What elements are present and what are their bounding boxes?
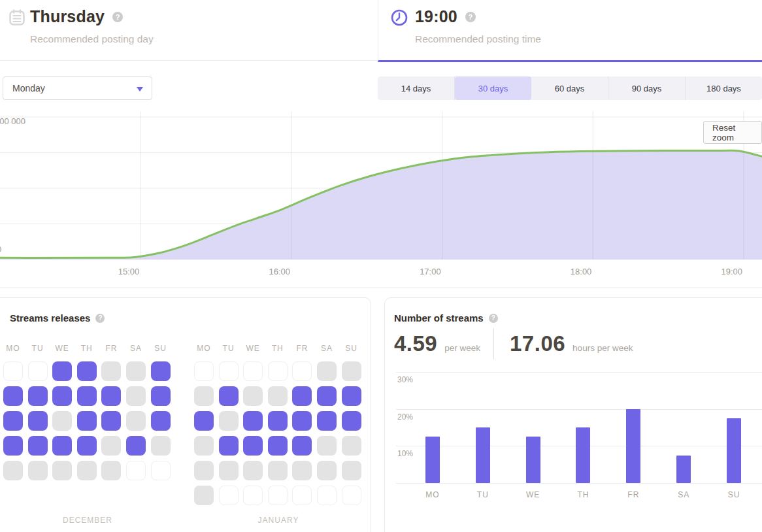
release-cell-no-release [194, 486, 214, 505]
release-cell-no-release [317, 361, 337, 381]
release-cell-no-release [77, 461, 97, 480]
release-cell-release [219, 386, 239, 406]
clock-icon [390, 8, 408, 27]
stat: 17.06hours per week [510, 331, 633, 356]
release-cell-release [268, 411, 288, 431]
release-cell-release [317, 386, 337, 406]
help-icon[interactable]: ? [489, 314, 498, 323]
release-cell-release [126, 436, 146, 456]
release-cell-no-release [126, 411, 146, 431]
release-cell-out-of-range [268, 361, 288, 381]
release-cell-release [292, 411, 312, 431]
number-of-streams-card: Number of streams ? 4.59per week17.06hou… [384, 297, 762, 532]
release-cell-release [292, 436, 312, 456]
gridline [396, 372, 762, 373]
y-axis-label: 10% [397, 449, 413, 458]
release-cell-out-of-range [243, 486, 263, 505]
bar-mo [425, 437, 440, 483]
release-cell-out-of-range [342, 486, 361, 505]
release-cell-release [219, 436, 239, 456]
x-axis-label: 16:00 [269, 267, 290, 276]
x-axis-label: 15:00 [118, 267, 140, 276]
release-cell-out-of-range [3, 361, 23, 381]
day-header: TU [28, 344, 48, 353]
day-header: SU [151, 344, 171, 353]
tab-60-days[interactable]: 60 days [531, 76, 608, 100]
help-icon[interactable]: ? [465, 12, 476, 22]
release-cell-out-of-range [151, 461, 171, 480]
day-header: SU [342, 344, 361, 353]
release-cell-no-release [194, 436, 214, 456]
y-axis-label: 200 000 [0, 116, 25, 126]
reset-zoom-button[interactable]: Reset zoom [703, 121, 762, 144]
streams-releases-inner: Streams releases ? MOTUWETHFRSASUDECEMBE… [1, 298, 371, 532]
release-cell-release [52, 436, 72, 456]
bar-we [526, 437, 540, 483]
chevron-down-icon [137, 87, 143, 95]
release-cell-no-release [151, 436, 171, 456]
x-axis-label: 18:00 [571, 267, 592, 276]
release-cell-release [28, 386, 48, 406]
release-cell-no-release [126, 361, 146, 381]
tab-30-days[interactable]: 30 days [455, 76, 531, 100]
bar-su [727, 418, 741, 483]
release-cell-out-of-range [194, 361, 214, 381]
release-cell-release [342, 386, 361, 406]
release-cell-no-release [219, 411, 239, 431]
stat: 4.59per week [394, 331, 480, 356]
help-icon[interactable]: ? [112, 12, 123, 22]
release-cell-out-of-range [268, 486, 288, 505]
release-cell-release [151, 386, 171, 406]
day-header: TU [219, 344, 239, 353]
release-cell-release [101, 386, 121, 406]
recommended-time-value: 19:00 [415, 7, 457, 26]
area-fill [0, 150, 762, 259]
release-cell-release [52, 361, 72, 381]
recommended-time-label: Recommended posting time [415, 33, 541, 45]
streams-releases-card: Streams releases ? MOTUWETHFRSASUDECEMBE… [0, 297, 371, 532]
tab-14-days[interactable]: 14 days [378, 76, 455, 100]
release-cell-out-of-range [317, 486, 337, 505]
release-cell-release [77, 411, 97, 431]
release-cell-release [77, 361, 97, 381]
release-cell-no-release [52, 461, 72, 480]
release-cell-release [194, 411, 214, 431]
bar-sa [676, 456, 691, 484]
stat-value: 17.06 [510, 331, 565, 356]
release-cell-no-release [194, 461, 214, 480]
streams-releases-title: Streams releases [10, 312, 90, 324]
release-cell-no-release [126, 386, 146, 406]
day-header: TH [268, 344, 288, 353]
stat-value: 4.59 [394, 331, 437, 356]
release-cell-no-release [243, 386, 263, 406]
stat-label: hours per week [572, 343, 633, 353]
x-axis-label: MO [418, 490, 447, 499]
number-of-streams-title: Number of streams [394, 312, 484, 324]
tab-90-days[interactable]: 90 days [608, 76, 686, 100]
bar-th [576, 427, 590, 483]
day-header: WE [243, 344, 263, 353]
bar-tu [476, 427, 490, 483]
posting-time-area-chart[interactable]: 15:0016:0017:0018:0019:00200 0000 [0, 111, 762, 288]
y-axis-label: 0 [0, 244, 1, 254]
streams-bar-chart: 30%20%10%MOTUWETHFRSASU [396, 372, 762, 503]
release-cell-no-release [317, 461, 337, 480]
release-cell-no-release [342, 461, 361, 480]
release-cell-release [3, 386, 23, 406]
bar-fr [626, 409, 640, 483]
recommended-day-label: Recommended posting day [30, 33, 154, 45]
y-axis-label: 30% [397, 375, 413, 384]
posting-time-chart[interactable]: 15:0016:0017:0018:0019:00200 0000 Reset … [0, 111, 762, 288]
day-header: TH [77, 344, 97, 353]
day-select[interactable]: Monday [3, 76, 152, 100]
section-divider [0, 288, 762, 288]
release-cell-release [28, 436, 48, 456]
tab-180-days[interactable]: 180 days [686, 76, 762, 100]
release-cell-out-of-range [292, 361, 312, 381]
help-icon[interactable]: ? [95, 314, 105, 323]
release-cell-out-of-range [28, 361, 48, 381]
release-cell-no-release [342, 361, 361, 381]
day-header: MO [3, 344, 23, 353]
recommended-time-card: 19:00 ? Recommended posting time [378, 0, 762, 62]
release-cell-out-of-range [219, 486, 239, 505]
